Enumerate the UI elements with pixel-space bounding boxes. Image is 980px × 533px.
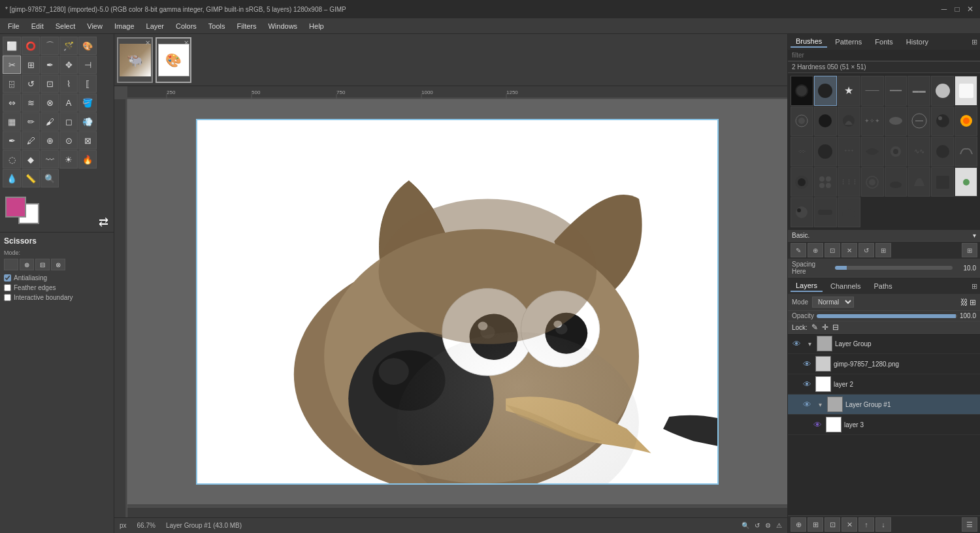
- brush-cell[interactable]: [838, 197, 860, 227]
- opacity-slider[interactable]: [817, 314, 957, 318]
- tool-burn[interactable]: 🔥: [78, 150, 97, 169]
- feather-edges-checkbox[interactable]: [4, 284, 11, 291]
- tool-foreground-select[interactable]: ⊞: [22, 56, 40, 74]
- tab-close-1[interactable]: ✕: [145, 39, 150, 46]
- tool-gradient[interactable]: ▦: [3, 112, 21, 131]
- lock-pixels-btn[interactable]: ✎: [811, 323, 818, 332]
- tab-channels[interactable]: Channels: [825, 281, 866, 291]
- tool-ink[interactable]: ✒: [3, 131, 21, 150]
- tool-flip[interactable]: ⇔: [3, 93, 21, 112]
- tool-blur[interactable]: ◌: [3, 150, 21, 169]
- brush-cell[interactable]: [885, 167, 907, 197]
- brush-cell[interactable]: [907, 167, 930, 197]
- brush-cell[interactable]: ⋮⋮⋮: [838, 167, 860, 197]
- menu-item-edit[interactable]: Edit: [26, 21, 49, 31]
- tab-paths[interactable]: Paths: [869, 281, 898, 291]
- layer-menu-btn[interactable]: ☰: [962, 517, 977, 532]
- brush-cell[interactable]: [791, 106, 813, 137]
- maximize-button[interactable]: □: [953, 5, 962, 14]
- tool-paths[interactable]: ✒: [41, 56, 59, 74]
- tool-pencil[interactable]: ✏: [22, 112, 40, 131]
- brush-edit-btn[interactable]: ✎: [791, 243, 806, 257]
- brush-cell[interactable]: [955, 137, 977, 167]
- brush-cell[interactable]: [814, 106, 837, 137]
- layer-collapse-btn[interactable]: ▾: [815, 400, 825, 409]
- layer-down-btn[interactable]: ↓: [875, 517, 891, 532]
- layer-new-btn[interactable]: ⊕: [791, 517, 806, 532]
- menu-item-windows[interactable]: Windows: [263, 21, 302, 31]
- layer-item-3[interactable]: 👁 layer 3: [788, 415, 980, 435]
- layer-duplicate-btn[interactable]: ⊡: [825, 517, 840, 532]
- tool-measure[interactable]: 📏: [22, 169, 40, 187]
- menu-item-file[interactable]: File: [3, 21, 25, 31]
- mode-expand-btn[interactable]: ⊞: [970, 298, 976, 307]
- brush-cell[interactable]: [814, 167, 837, 197]
- tool-fuzzy-select[interactable]: 🪄: [59, 37, 78, 55]
- tool-text[interactable]: A: [59, 93, 78, 112]
- layer-vis-icon[interactable]: 👁: [811, 419, 823, 430]
- brush-refresh-btn[interactable]: ↺: [858, 243, 874, 257]
- tool-sharpen[interactable]: ◆: [22, 150, 40, 169]
- scrollbar-horizontal[interactable]: [127, 507, 787, 517]
- swap-colors-button[interactable]: ⇄: [99, 215, 108, 229]
- tool-perspective-clone[interactable]: ⊠: [78, 131, 97, 150]
- layer-item-group2[interactable]: 👁 ▾ Layer Group #1: [788, 395, 980, 415]
- tool-move[interactable]: ✥: [59, 56, 78, 74]
- brush-cell[interactable]: [955, 106, 977, 137]
- brush-cell[interactable]: [838, 106, 860, 137]
- tool-perspective[interactable]: ⟦: [78, 74, 97, 93]
- brush-cell[interactable]: [791, 197, 813, 227]
- brush-menu-btn[interactable]: ⊞: [875, 243, 891, 257]
- brush-cell[interactable]: [931, 167, 954, 197]
- tab-patterns[interactable]: Patterns: [830, 37, 867, 47]
- canvas-tab-2[interactable]: 🎨 ✕: [155, 37, 191, 83]
- panel-expand-btn[interactable]: ⊞: [962, 243, 977, 257]
- minimize-button[interactable]: ─: [939, 5, 949, 14]
- brushes-panel-expand[interactable]: ⊞: [972, 38, 977, 46]
- menu-item-layer[interactable]: Layer: [141, 21, 170, 31]
- menu-item-colors[interactable]: Colors: [171, 21, 202, 31]
- lock-alpha-btn[interactable]: ⊟: [832, 323, 839, 332]
- preset-dropdown[interactable]: ▾: [973, 232, 976, 239]
- mode-chain-btn[interactable]: ⛓: [960, 298, 968, 307]
- tool-airbrush[interactable]: 💨: [78, 112, 97, 131]
- brush-filter-input[interactable]: [788, 50, 980, 61]
- tool-by-color[interactable]: 🎨: [78, 37, 97, 55]
- menu-item-tools[interactable]: Tools: [203, 21, 231, 31]
- tool-rotate[interactable]: ↺: [22, 74, 40, 93]
- tool-clone[interactable]: ⊕: [41, 131, 59, 150]
- tool-crop[interactable]: ⌹: [3, 74, 21, 93]
- brush-cell[interactable]: ⁺⁺⁺: [838, 137, 860, 167]
- layer-vis-icon[interactable]: 👁: [801, 358, 813, 370]
- tool-warp[interactable]: ≋: [22, 93, 40, 112]
- brush-cell[interactable]: [814, 137, 837, 167]
- tool-eraser[interactable]: ◻: [59, 112, 78, 131]
- tab-layers[interactable]: Layers: [791, 280, 823, 292]
- mode-intersect[interactable]: ⊗: [51, 259, 65, 270]
- lock-position-btn[interactable]: ✛: [822, 323, 828, 332]
- menu-item-image[interactable]: Image: [109, 21, 140, 31]
- canvas-tab-1[interactable]: 🐃 ✕: [117, 37, 153, 83]
- brush-cell[interactable]: ★: [838, 76, 860, 106]
- tool-free-select[interactable]: ⌒: [41, 37, 59, 55]
- tab-close-2[interactable]: ✕: [184, 39, 189, 46]
- mode-replace[interactable]: [4, 259, 18, 270]
- antialiasing-checkbox[interactable]: [4, 274, 11, 282]
- tool-zoom[interactable]: 🔍: [41, 169, 59, 187]
- brush-cell[interactable]: [791, 167, 813, 197]
- layer-vis-icon[interactable]: 👁: [801, 398, 813, 410]
- layer-collapse-btn[interactable]: ▾: [805, 339, 814, 348]
- brush-cell[interactable]: ━━━: [885, 76, 907, 106]
- brush-cell[interactable]: [885, 137, 907, 167]
- layer-new-group-btn[interactable]: ⊞: [808, 517, 823, 532]
- layers-panel-expand[interactable]: ⊞: [972, 282, 977, 291]
- brush-cell[interactable]: ·:·:·: [791, 137, 813, 167]
- brush-cell[interactable]: [907, 106, 930, 137]
- brush-cell[interactable]: [861, 137, 884, 167]
- tool-scale[interactable]: ⊡: [41, 74, 59, 93]
- canvas-background[interactable]: [127, 99, 787, 504]
- tool-dodge[interactable]: ☀: [59, 150, 78, 169]
- menu-item-filters[interactable]: Filters: [232, 21, 262, 31]
- brush-cell[interactable]: ▬▬: [907, 76, 930, 106]
- mode-subtract[interactable]: ⊟: [35, 259, 50, 270]
